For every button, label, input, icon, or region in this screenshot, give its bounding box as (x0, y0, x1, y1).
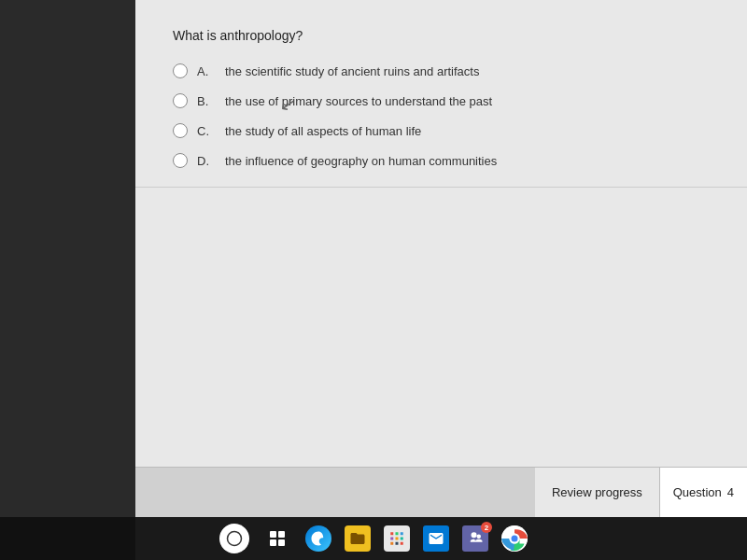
radio-d[interactable] (173, 153, 188, 168)
option-b-label: B. (197, 94, 216, 108)
svg-point-0 (228, 532, 242, 546)
content-divider (135, 187, 747, 188)
option-d-text: the influence of geography on human comm… (225, 154, 497, 168)
taskbar-left (0, 517, 135, 560)
edge-browser-icon[interactable] (305, 525, 331, 552)
taskbar: 2 (0, 517, 747, 560)
svg-rect-5 (390, 532, 393, 535)
svg-rect-6 (396, 532, 399, 535)
option-c-text: the study of all aspects of human life (225, 124, 421, 138)
svg-rect-9 (396, 538, 399, 540)
svg-point-16 (512, 536, 518, 542)
mail-icon[interactable] (423, 525, 449, 552)
option-d-label: D. (197, 154, 216, 168)
question-number: 4 (727, 485, 734, 499)
question-indicator: Question 4 (659, 468, 747, 517)
svg-rect-13 (401, 542, 403, 545)
option-c-label: C. (197, 124, 216, 138)
svg-rect-2 (278, 531, 285, 538)
chrome-icon[interactable] (501, 525, 528, 552)
screen: What is anthropology? A. the scientific … (0, 0, 747, 560)
option-d[interactable]: D. the influence of geography on human c… (173, 153, 710, 168)
option-a[interactable]: A. the scientific study of ancient ruins… (173, 63, 710, 78)
svg-rect-4 (278, 539, 285, 546)
svg-rect-7 (401, 532, 403, 535)
task-view-icon[interactable] (262, 524, 292, 553)
left-sidebar (0, 0, 135, 504)
app-grid-icon[interactable] (384, 525, 410, 552)
options-list: A. the scientific study of ancient ruins… (173, 63, 710, 168)
radio-b[interactable] (173, 93, 188, 108)
files-icon[interactable] (345, 525, 371, 552)
option-b[interactable]: B. the use of primary sources to underst… (173, 93, 710, 108)
option-b-text: the use of primary sources to understand… (225, 94, 492, 108)
svg-rect-10 (401, 538, 403, 540)
question-label: Question (673, 485, 722, 499)
windows-search-icon[interactable] (219, 524, 249, 553)
main-content: What is anthropology? A. the scientific … (135, 0, 747, 504)
svg-rect-8 (390, 538, 393, 540)
option-c[interactable]: C. the study of all aspects of human lif… (173, 123, 710, 138)
review-progress-button[interactable]: Review progress (535, 468, 659, 517)
option-a-text: the scientific study of ancient ruins an… (225, 64, 479, 78)
radio-a[interactable] (173, 63, 188, 78)
svg-rect-11 (390, 542, 393, 545)
radio-c[interactable] (173, 123, 188, 138)
svg-rect-1 (270, 531, 276, 538)
option-a-label: A. (197, 64, 216, 78)
svg-rect-3 (270, 539, 276, 546)
svg-rect-12 (396, 542, 399, 545)
question-text: What is anthropology? (173, 28, 710, 43)
teams-icon[interactable]: 2 (462, 525, 488, 552)
bottom-bar: Review progress Question 4 (135, 467, 747, 517)
